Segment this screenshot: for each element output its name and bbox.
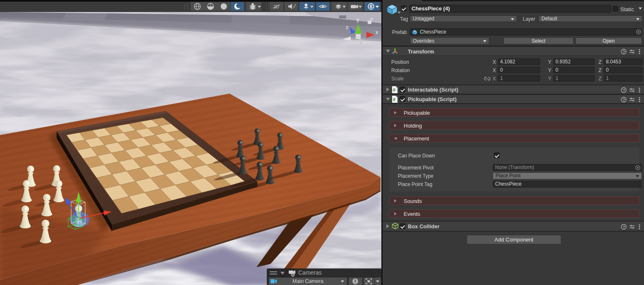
svg-text:?: ? [623,49,625,54]
svg-text:x: x [376,29,378,35]
svg-text:?: ? [623,97,625,102]
svg-text:z: z [346,24,349,30]
svg-text:?: ? [623,88,625,92]
svg-text:2D: 2D [273,4,279,9]
svg-text:y: y [357,17,359,23]
svg-text:#: # [393,87,395,92]
svg-text:?: ? [623,225,625,229]
svg-text:#: # [393,97,395,102]
